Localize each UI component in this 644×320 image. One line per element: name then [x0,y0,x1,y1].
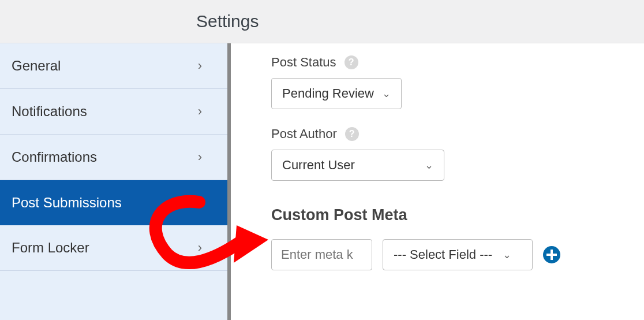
custom-meta-row: --- Select Field --- ⌄ [271,239,644,270]
meta-key-input[interactable] [271,239,372,270]
settings-sidebar: General › Notifications › Confirmations … [0,43,231,320]
chevron-right-icon: › [198,104,202,119]
sidebar-item-label: Confirmations [12,149,97,165]
custom-post-meta-title: Custom Post Meta [271,206,644,224]
chevron-right-icon: › [198,58,202,73]
page-title: Settings [196,12,644,31]
post-status-select[interactable]: Pending Review ⌄ [271,78,402,109]
sidebar-item-label: General [12,58,61,74]
sidebar-item-confirmations[interactable]: Confirmations › [0,135,227,180]
post-status-label: Post Status [271,55,336,70]
help-icon[interactable]: ? [345,127,359,141]
sidebar-item-notifications[interactable]: Notifications › [0,89,227,135]
meta-field-select[interactable]: --- Select Field --- ⌄ [383,239,533,270]
post-status-value: Pending Review [282,86,374,101]
post-author-value: Current User [282,158,355,173]
sidebar-item-label: Notifications [12,103,87,120]
chevron-down-icon: ⌄ [503,248,511,261]
chevron-down-icon: ⌄ [425,159,433,172]
sidebar-item-label: Post Submissions [12,195,122,211]
chevron-down-icon: ⌄ [192,195,202,210]
post-author-label: Post Author [271,126,337,142]
page-header: Settings [0,0,644,43]
post-author-select[interactable]: Current User ⌄ [271,150,444,181]
chevron-right-icon: › [198,240,202,255]
main-panel: Post Status ? Pending Review ⌄ Post Auth… [231,43,644,320]
chevron-right-icon: › [198,150,202,165]
sidebar-item-general[interactable]: General › [0,43,227,89]
post-author-label-row: Post Author ? [271,126,644,142]
plus-icon [546,250,557,260]
content-container: General › Notifications › Confirmations … [0,43,644,320]
sidebar-item-post-submissions[interactable]: Post Submissions ⌄ [0,180,227,225]
add-meta-button[interactable] [543,246,560,263]
sidebar-item-form-locker[interactable]: Form Locker › [0,225,227,271]
meta-field-placeholder: --- Select Field --- [394,247,492,262]
chevron-down-icon: ⌄ [382,87,391,100]
sidebar-item-label: Form Locker [12,240,89,256]
help-icon[interactable]: ? [345,55,358,69]
post-status-label-row: Post Status ? [271,55,644,70]
